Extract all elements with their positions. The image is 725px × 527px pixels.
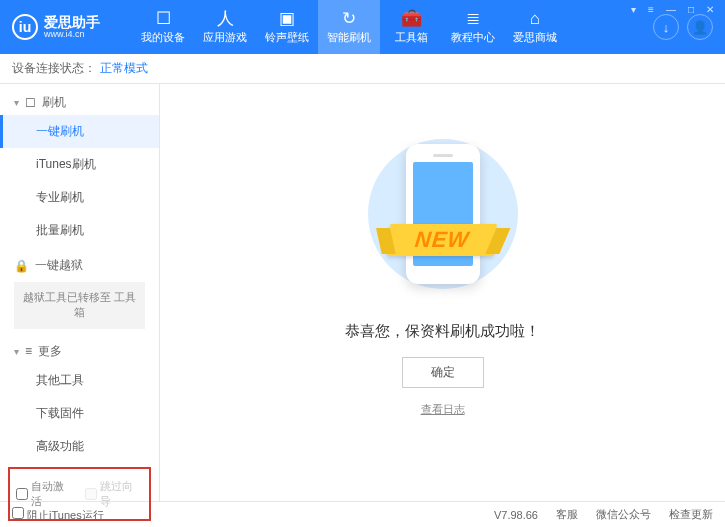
window-dropdown-icon[interactable]: ▾ — [628, 4, 639, 15]
sidebar: ▾☐刷机 一键刷机 iTunes刷机 专业刷机 批量刷机 🔒一键越狱 越狱工具已… — [0, 84, 160, 501]
version-text: V7.98.66 — [494, 509, 538, 521]
section-label: 更多 — [38, 343, 62, 360]
nav-tutorials[interactable]: ≣教程中心 — [442, 0, 504, 54]
app-header: iu 爱思助手 www.i4.cn ☐我的设备 人应用游戏 ▣铃声壁纸 ↻智能刷… — [0, 0, 725, 54]
nav-ringtones[interactable]: ▣铃声壁纸 — [256, 0, 318, 54]
sidebar-item-other-tools[interactable]: 其他工具 — [0, 364, 159, 397]
nav-apps-games[interactable]: 人应用游戏 — [194, 0, 256, 54]
ringtone-icon: ▣ — [279, 10, 295, 27]
checkbox-label: 跳过向导 — [100, 479, 144, 509]
new-ribbon: NEW — [388, 224, 498, 256]
success-message: 恭喜您，保资料刷机成功啦！ — [345, 322, 540, 341]
checkbox-label: 自动激活 — [31, 479, 75, 509]
user-button[interactable]: 👤 — [687, 14, 713, 40]
ok-button[interactable]: 确定 — [402, 357, 484, 388]
jailbreak-moved-note: 越狱工具已转移至 工具箱 — [14, 282, 145, 329]
section-label: 一键越狱 — [35, 257, 83, 274]
sidebar-item-pro-flash[interactable]: 专业刷机 — [0, 181, 159, 214]
section-label: 刷机 — [42, 94, 66, 111]
lock-icon: 🔒 — [14, 259, 29, 273]
window-menu-icon[interactable]: ≡ — [645, 4, 657, 15]
view-log-link[interactable]: 查看日志 — [421, 402, 465, 417]
app-title: 爱思助手 — [44, 15, 100, 29]
status-label: 设备连接状态： — [12, 60, 96, 77]
nav-label: 铃声壁纸 — [265, 30, 309, 45]
store-icon: ⌂ — [530, 10, 540, 27]
apps-icon: 人 — [217, 10, 234, 27]
skip-guide-checkbox: 跳过向导 — [85, 479, 144, 509]
nav-label: 应用游戏 — [203, 30, 247, 45]
support-link[interactable]: 客服 — [556, 507, 578, 522]
nav-toolbox[interactable]: 🧰工具箱 — [380, 0, 442, 54]
wechat-link[interactable]: 微信公众号 — [596, 507, 651, 522]
window-minimize-icon[interactable]: — — [663, 4, 679, 15]
window-close-icon[interactable]: ✕ — [703, 4, 717, 15]
nav-label: 爱思商城 — [513, 30, 557, 45]
sidebar-section-flash[interactable]: ▾☐刷机 — [0, 84, 159, 115]
nav-store[interactable]: ⌂爱思商城 — [504, 0, 566, 54]
status-mode: 正常模式 — [100, 60, 148, 77]
download-button[interactable]: ↓ — [653, 14, 679, 40]
nav-my-device[interactable]: ☐我的设备 — [132, 0, 194, 54]
device-icon: ☐ — [156, 10, 171, 27]
sidebar-section-more[interactable]: ▾≡更多 — [0, 333, 159, 364]
nav-label: 我的设备 — [141, 30, 185, 45]
nav-label: 工具箱 — [395, 30, 428, 45]
nav-label: 教程中心 — [451, 30, 495, 45]
auto-activate-checkbox[interactable]: 自动激活 — [16, 479, 75, 509]
app-logo: iu 爱思助手 www.i4.cn — [12, 14, 132, 40]
nav-label: 智能刷机 — [327, 30, 371, 45]
toolbox-icon: 🧰 — [401, 10, 422, 27]
sidebar-item-batch-flash[interactable]: 批量刷机 — [0, 214, 159, 247]
more-section-icon: ≡ — [25, 344, 32, 358]
nav-smart-flash[interactable]: ↻智能刷机 — [318, 0, 380, 54]
check-update-link[interactable]: 检查更新 — [669, 507, 713, 522]
sidebar-section-jailbreak: 🔒一键越狱 — [0, 247, 159, 278]
tutorial-icon: ≣ — [466, 10, 480, 27]
top-nav: ☐我的设备 人应用游戏 ▣铃声壁纸 ↻智能刷机 🧰工具箱 ≣教程中心 ⌂爱思商城 — [132, 0, 653, 54]
sidebar-item-advanced[interactable]: 高级功能 — [0, 430, 159, 463]
logo-icon: iu — [12, 14, 38, 40]
phone-illustration-icon — [406, 144, 480, 284]
flash-section-icon: ☐ — [25, 96, 36, 110]
window-maximize-icon[interactable]: □ — [685, 4, 697, 15]
chevron-down-icon: ▾ — [14, 97, 19, 108]
chevron-down-icon: ▾ — [14, 346, 19, 357]
sidebar-item-itunes-flash[interactable]: iTunes刷机 — [0, 148, 159, 181]
success-illustration: NEW — [358, 124, 528, 304]
main-content: NEW 恭喜您，保资料刷机成功啦！ 确定 查看日志 — [160, 84, 725, 501]
flash-icon: ↻ — [342, 10, 356, 27]
status-bar: 设备连接状态： 正常模式 — [0, 54, 725, 84]
app-url: www.i4.cn — [44, 29, 100, 40]
flash-options-box: 自动激活 跳过向导 — [8, 467, 151, 521]
sidebar-item-oneclick-flash[interactable]: 一键刷机 — [0, 115, 159, 148]
sidebar-item-download-firmware[interactable]: 下载固件 — [0, 397, 159, 430]
